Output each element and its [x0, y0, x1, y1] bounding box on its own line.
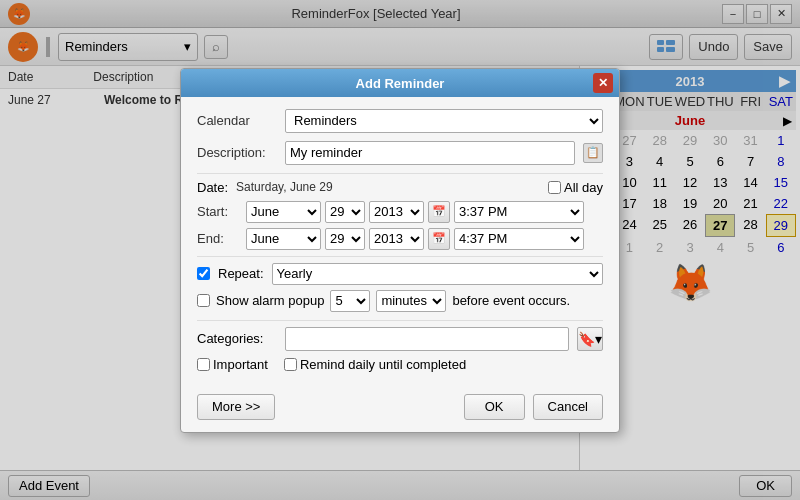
alarm-unit-select[interactable]: minutes: [376, 290, 446, 312]
remind-daily-label[interactable]: Remind daily until completed: [284, 357, 466, 372]
modal-close-button[interactable]: ✕: [593, 73, 613, 93]
end-day-select[interactable]: 29: [325, 228, 365, 250]
repeat-row: Repeat: Yearly: [197, 263, 603, 285]
start-time-select[interactable]: 3:37 PM: [454, 201, 584, 223]
end-time-select[interactable]: 4:37 PM: [454, 228, 584, 250]
divider1: [197, 173, 603, 174]
repeat-checkbox[interactable]: [197, 267, 210, 280]
description-label: Description:: [197, 145, 277, 160]
description-input[interactable]: [285, 141, 575, 165]
cancel-button[interactable]: Cancel: [533, 394, 603, 420]
ok-button[interactable]: OK: [464, 394, 525, 420]
alarm-minutes-select[interactable]: 5: [330, 290, 370, 312]
important-label[interactable]: Important: [197, 357, 268, 372]
end-month-select[interactable]: June: [246, 228, 321, 250]
categories-icon[interactable]: 🔖▾: [577, 327, 603, 351]
modal-body: Calendar Reminders Description: 📋: [181, 97, 619, 394]
checks-row: Important Remind daily until completed: [197, 357, 603, 372]
allday-label: All day: [564, 180, 603, 195]
more-button[interactable]: More >>: [197, 394, 275, 420]
alarm-row: Show alarm popup 5 minutes before event …: [197, 290, 603, 312]
start-year-select[interactable]: 2013: [369, 201, 424, 223]
important-checkbox[interactable]: [197, 358, 210, 371]
calendar-label: Calendar: [197, 113, 277, 128]
categories-label: Categories:: [197, 331, 277, 346]
end-time-row: End: June 29 2013 📅 4:37 PM: [197, 228, 603, 250]
date-label: Date:: [197, 180, 228, 195]
allday-checkbox[interactable]: [548, 181, 561, 194]
start-calendar-icon[interactable]: 📅: [428, 201, 450, 223]
end-calendar-icon[interactable]: 📅: [428, 228, 450, 250]
allday-checkbox-group: All day: [548, 180, 603, 195]
footer-left: More >>: [197, 394, 275, 420]
calendar-row: Calendar Reminders: [197, 109, 603, 133]
modal-overlay: Add Reminder ✕ Calendar Reminders Descri…: [0, 0, 800, 500]
categories-input[interactable]: [285, 327, 569, 351]
start-label: Start:: [197, 204, 242, 219]
footer-right: OK Cancel: [464, 394, 603, 420]
date-value: Saturday, June 29: [236, 180, 333, 194]
start-time-row: Start: June 29 2013 📅 3:37 PM: [197, 201, 603, 223]
calendar-select-wrapper: Reminders: [285, 109, 603, 133]
description-icon[interactable]: 📋: [583, 143, 603, 163]
modal-title: Add Reminder: [356, 76, 445, 91]
divider3: [197, 320, 603, 321]
categories-row: Categories: 🔖▾: [197, 327, 603, 351]
alarm-suffix: before event occurs.: [452, 293, 570, 308]
alarm-label: Show alarm popup: [216, 293, 324, 308]
remind-daily-checkbox[interactable]: [284, 358, 297, 371]
alarm-checkbox[interactable]: [197, 294, 210, 307]
start-month-select[interactable]: June: [246, 201, 321, 223]
end-label: End:: [197, 231, 242, 246]
modal-header: Add Reminder ✕: [181, 69, 619, 97]
add-reminder-modal: Add Reminder ✕ Calendar Reminders Descri…: [180, 68, 620, 433]
modal-footer: More >> OK Cancel: [181, 394, 619, 432]
start-day-select[interactable]: 29: [325, 201, 365, 223]
main-area: Date Description ⊡ June 27 Welcome to Re…: [0, 66, 800, 470]
repeat-select[interactable]: Yearly: [272, 263, 603, 285]
date-row: Date: Saturday, June 29 All day: [197, 180, 603, 195]
calendar-select[interactable]: Reminders: [285, 109, 603, 133]
end-year-select[interactable]: 2013: [369, 228, 424, 250]
description-row: Description: 📋: [197, 141, 603, 165]
divider2: [197, 256, 603, 257]
repeat-label: Repeat:: [218, 266, 264, 281]
